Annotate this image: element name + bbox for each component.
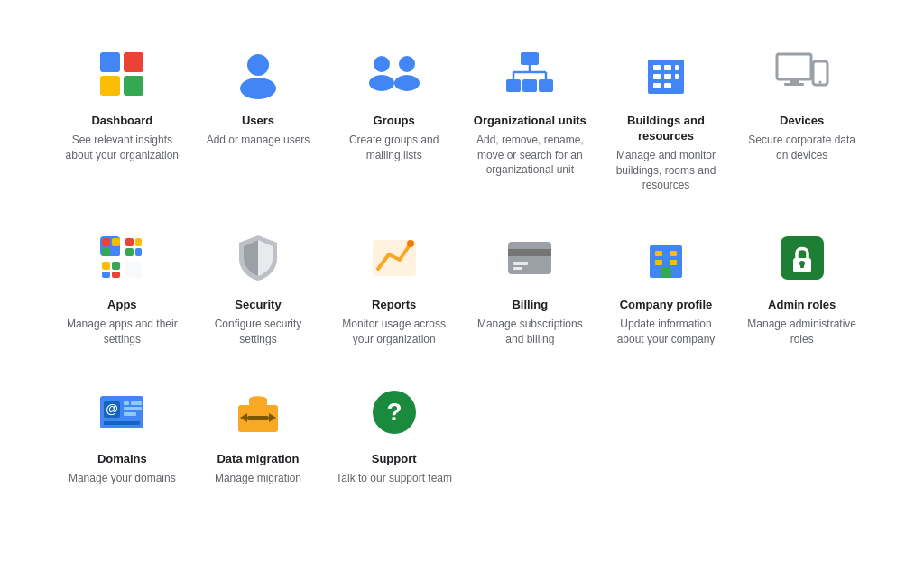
- groups-title: Groups: [374, 114, 415, 129]
- svg-point-51: [407, 240, 414, 247]
- buildings-item[interactable]: Buildings and resources Manage and monit…: [598, 27, 735, 211]
- svg-rect-44: [102, 262, 110, 270]
- security-desc: Configure security settings: [199, 317, 318, 347]
- data-migration-title: Data migration: [217, 452, 299, 467]
- svg-text:@: @: [106, 401, 119, 416]
- svg-rect-24: [675, 74, 679, 79]
- svg-rect-22: [653, 74, 661, 79]
- support-title: Support: [372, 452, 417, 467]
- buildings-icon: [637, 45, 695, 103]
- svg-point-9: [394, 75, 420, 91]
- org-units-title: Organizational units: [474, 114, 587, 129]
- svg-rect-55: [513, 267, 522, 270]
- devices-desc: Secure corporate data on devices: [743, 133, 861, 163]
- svg-rect-39: [125, 238, 134, 246]
- svg-rect-23: [664, 74, 671, 79]
- groups-item[interactable]: Groups Create groups and mailing lists: [326, 27, 462, 211]
- apps-item[interactable]: Apps Manage apps and their settings: [54, 211, 190, 364]
- svg-rect-0: [100, 52, 120, 72]
- reports-desc: Monitor usage across your organization: [335, 317, 453, 347]
- svg-rect-76: [247, 416, 269, 420]
- support-icon: ?: [365, 383, 423, 441]
- svg-rect-53: [508, 249, 551, 256]
- dashboard-item[interactable]: Dashboard See relevant insights about yo…: [54, 27, 190, 211]
- domains-icon: @: [93, 383, 151, 441]
- domains-item[interactable]: @ Domains Manage your domains: [54, 365, 190, 504]
- org-units-item[interactable]: Organizational units Add, remove, rename…: [462, 27, 598, 211]
- svg-rect-28: [790, 79, 799, 83]
- data-migration-desc: Manage migration: [215, 471, 301, 486]
- svg-rect-29: [784, 83, 804, 86]
- svg-rect-26: [664, 83, 671, 88]
- domains-title: Domains: [97, 452, 147, 467]
- svg-rect-72: [124, 412, 136, 416]
- company-profile-title: Company profile: [620, 298, 713, 313]
- svg-rect-42: [135, 248, 142, 256]
- svg-rect-41: [125, 248, 134, 256]
- dashboard-desc: See relevant insights about your organiz…: [63, 133, 181, 163]
- svg-rect-19: [653, 65, 661, 70]
- svg-rect-21: [675, 65, 679, 70]
- admin-roles-title: Admin roles: [768, 298, 836, 313]
- svg-rect-1: [124, 52, 143, 72]
- svg-rect-57: [655, 251, 662, 256]
- reports-title: Reports: [372, 298, 416, 313]
- svg-rect-16: [539, 79, 553, 92]
- svg-rect-36: [102, 248, 110, 256]
- svg-point-4: [247, 54, 269, 76]
- svg-rect-75: [249, 398, 267, 405]
- svg-rect-59: [655, 260, 662, 265]
- svg-rect-49: [125, 262, 142, 278]
- svg-rect-2: [100, 76, 120, 96]
- svg-rect-61: [661, 267, 671, 278]
- svg-rect-45: [112, 262, 120, 270]
- svg-rect-60: [670, 260, 677, 265]
- groups-desc: Create groups and mailing lists: [335, 133, 453, 163]
- svg-rect-54: [513, 262, 528, 265]
- support-desc: Talk to our support team: [336, 471, 452, 486]
- svg-rect-40: [135, 238, 142, 246]
- svg-rect-73: [104, 421, 140, 425]
- buildings-title: Buildings and resources: [607, 114, 725, 144]
- devices-icon: [773, 45, 831, 103]
- admin-console-grid: Dashboard See relevant insights about yo…: [0, 0, 924, 530]
- admin-roles-icon: [773, 229, 831, 287]
- company-profile-item[interactable]: Company profile Update information about…: [598, 211, 735, 364]
- svg-rect-15: [506, 79, 521, 92]
- svg-point-7: [369, 75, 394, 91]
- org-units-desc: Add, remove, rename, move or search for …: [471, 133, 589, 178]
- buildings-desc: Manage and monitor buildings, rooms and …: [607, 148, 725, 193]
- billing-item[interactable]: Billing Manage subscriptions and billing: [462, 211, 598, 364]
- svg-rect-65: [800, 263, 804, 268]
- company-profile-icon: [637, 229, 695, 287]
- svg-rect-3: [124, 76, 143, 96]
- users-icon: [229, 45, 287, 103]
- reports-item[interactable]: Reports Monitor usage across your organi…: [326, 211, 462, 364]
- dashboard-icon: [93, 45, 151, 103]
- admin-roles-item[interactable]: Admin roles Manage administrative roles: [734, 211, 870, 364]
- security-icon: [229, 229, 287, 287]
- svg-text:?: ?: [386, 398, 402, 426]
- apps-desc: Manage apps and their settings: [63, 317, 181, 347]
- billing-icon: [501, 229, 559, 287]
- svg-point-5: [240, 78, 276, 99]
- svg-rect-25: [653, 83, 661, 88]
- svg-rect-35: [112, 238, 120, 246]
- groups-icon: [365, 45, 423, 103]
- dashboard-title: Dashboard: [91, 114, 152, 129]
- support-item[interactable]: ? Support Talk to our support team: [326, 365, 462, 504]
- devices-item[interactable]: Devices Secure corporate data on devices: [734, 27, 870, 211]
- svg-point-8: [399, 56, 415, 72]
- billing-title: Billing: [512, 298, 548, 313]
- users-desc: Add or manage users: [207, 133, 310, 148]
- svg-rect-71: [124, 407, 142, 410]
- svg-rect-17: [522, 79, 537, 92]
- users-title: Users: [242, 114, 274, 129]
- data-migration-item[interactable]: Data migration Manage migration: [190, 365, 327, 504]
- billing-desc: Manage subscriptions and billing: [471, 317, 589, 347]
- security-item[interactable]: Security Configure security settings: [190, 211, 327, 364]
- svg-rect-58: [670, 251, 677, 256]
- users-item[interactable]: Users Add or manage users: [190, 27, 327, 211]
- svg-rect-34: [102, 238, 110, 246]
- devices-title: Devices: [780, 114, 824, 129]
